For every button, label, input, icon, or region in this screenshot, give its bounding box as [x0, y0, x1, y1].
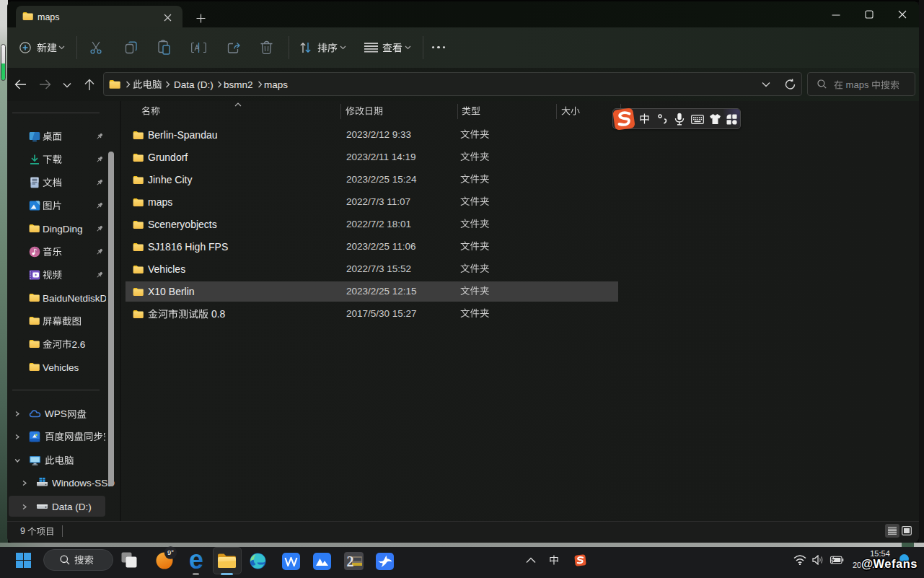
svg-text:e: e: [189, 549, 203, 571]
svg-text:9°: 9°: [167, 548, 174, 556]
svg-text:2: 2: [347, 553, 354, 569]
